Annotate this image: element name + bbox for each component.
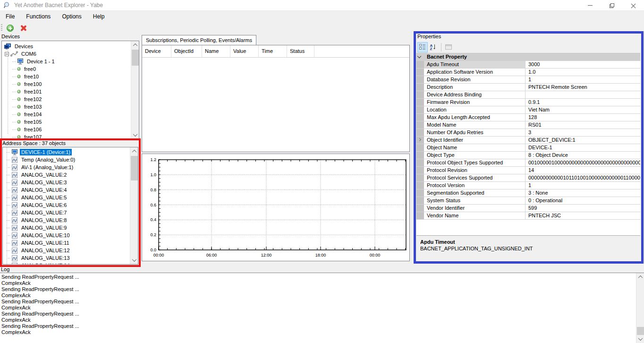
tree-item-free104[interactable]: free104: [2, 111, 130, 118]
tree-item-analog-value-6[interactable]: ANALOG_VALUE:6: [3, 201, 129, 209]
property-pages-button[interactable]: [443, 42, 454, 52]
property-row-vendor-name[interactable]: Vendor NamePNTECH JSC: [416, 212, 640, 220]
property-value[interactable]: [525, 91, 640, 98]
property-row-protocol-services-supported[interactable]: Protocol Services Supported0000000000001…: [416, 174, 640, 182]
tree-item-analog-value-3[interactable]: ANALOG_VALUE:3: [3, 179, 129, 186]
chevron-right-icon[interactable]: [418, 138, 421, 141]
toolbar-grip[interactable]: [1, 24, 2, 32]
property-row-vendor-identifier[interactable]: Vendor Identifier599: [416, 205, 640, 212]
tree-item-analog-value-7[interactable]: ANALOG_VALUE:7: [3, 209, 129, 216]
tree-item-analog-value-9[interactable]: ANALOG_VALUE:9: [3, 224, 129, 232]
column-header-time[interactable]: Time: [259, 45, 287, 57]
property-value[interactable]: 1.0: [525, 69, 640, 76]
property-value[interactable]: 599: [525, 205, 640, 212]
property-row-protocol-object-types-supported[interactable]: Protocol Object Types Supported001000001…: [416, 159, 640, 167]
property-value[interactable]: PNTECH Remote Screen: [525, 84, 640, 91]
property-value[interactable]: 1: [525, 182, 640, 189]
tree-item-free0[interactable]: free0: [2, 65, 130, 73]
scroll-down-icon[interactable]: [130, 256, 138, 264]
scrollbar-thumb[interactable]: [131, 156, 138, 180]
property-row-model-name[interactable]: Model NameRS01: [416, 121, 640, 129]
tree-item-analog-value-2[interactable]: ANALOG_VALUE:2: [3, 171, 129, 179]
property-value[interactable]: OBJECT_DEVICE:1: [525, 137, 640, 144]
tree-item-com6[interactable]: COM6: [2, 50, 130, 58]
tree-item-free102[interactable]: free102: [2, 95, 130, 103]
property-value[interactable]: 0.9.1: [525, 99, 640, 106]
tree-item-free107[interactable]: free107: [2, 133, 130, 139]
property-row-apdu-timeout[interactable]: Apdu Timeout3000: [416, 61, 640, 69]
alphabetical-sort-button[interactable]: AZ: [428, 42, 439, 52]
property-row-protocol-revision[interactable]: Protocol Revision14: [416, 167, 640, 174]
property-row-firmware-revision[interactable]: Firmware Revision0.9.1: [416, 99, 640, 106]
property-value[interactable]: 14: [525, 167, 640, 174]
property-row-number-of-apdu-retries[interactable]: Number Of Apdu Retries3: [416, 129, 640, 137]
column-header-status[interactable]: Status: [287, 45, 314, 57]
tree-item-analog-value-10[interactable]: ANALOG_VALUE:10: [3, 232, 129, 239]
property-value[interactable]: DEVICE-1: [525, 144, 640, 151]
property-row-device-address-binding[interactable]: Device Address Binding: [416, 91, 640, 99]
column-header-name[interactable]: Name: [202, 45, 230, 57]
property-row-location[interactable]: LocationViet Nam: [416, 106, 640, 114]
tab-subscriptions[interactable]: Subscriptions, Periodic Polling, Events/…: [142, 35, 256, 45]
property-value[interactable]: Viet Nam: [525, 106, 640, 113]
scroll-up-icon[interactable]: [130, 147, 138, 155]
menu-functions[interactable]: Functions: [20, 11, 56, 22]
tree-item-analog-value-11[interactable]: ANALOG_VALUE:11: [3, 239, 129, 247]
column-header-value[interactable]: Value: [230, 45, 259, 57]
property-value[interactable]: 128: [525, 114, 640, 121]
tree-item-analog-value-12[interactable]: ANALOG_VALUE:12: [3, 247, 129, 254]
tree-item-devices[interactable]: Devices: [2, 43, 130, 50]
categorized-button[interactable]: [417, 42, 428, 52]
property-row-system-status[interactable]: System Status0 : Operational: [416, 197, 640, 205]
property-value[interactable]: 1: [525, 76, 640, 83]
tree-item-free10[interactable]: free10: [2, 73, 130, 80]
tree-item-analog-value-8[interactable]: ANALOG_VALUE:8: [3, 216, 129, 224]
column-header-objectid[interactable]: ObjectId: [171, 45, 202, 57]
property-value[interactable]: PNTECH JSC: [525, 212, 640, 219]
tree-item-device-1-device-1-[interactable]: DEVICE-1 (Device:1): [3, 148, 129, 156]
scroll-down-icon[interactable]: [131, 131, 139, 139]
add-device-button[interactable]: [5, 23, 16, 33]
property-value[interactable]: 0000000000001011010010000000000001100000…: [525, 174, 640, 181]
scrollbar-thumb[interactable]: [637, 327, 644, 335]
tree-item-temp-analog-value-0-[interactable]: Temp (Analog_Value:0): [3, 156, 129, 163]
devices-scrollbar[interactable]: [131, 41, 139, 139]
property-row-object-type[interactable]: Object Type8 : Object Device: [416, 152, 640, 159]
property-row-application-software-version[interactable]: Application Software Version1.0: [416, 69, 640, 76]
property-value[interactable]: 8 : Object Device: [525, 152, 640, 159]
tree-item-analog-value-13[interactable]: ANALOG_VALUE:13: [3, 254, 129, 262]
property-row-object-name[interactable]: Object NameDEVICE-1: [416, 144, 640, 152]
property-row-description[interactable]: DescriptionPNTECH Remote Screen: [416, 84, 640, 91]
tree-item-analog-value-14[interactable]: ANALOG_VALUE:14: [3, 262, 129, 265]
scroll-down-icon[interactable]: [636, 335, 644, 343]
property-row-database-revision[interactable]: Database Revision1: [416, 76, 640, 84]
property-value[interactable]: 3000: [525, 61, 640, 68]
property-row-max-apdu-length-accepted[interactable]: Max Apdu Length Accepted128: [416, 114, 640, 121]
menu-options[interactable]: Options: [56, 11, 87, 22]
property-value[interactable]: RS01: [525, 121, 640, 129]
tree-item-free105[interactable]: free105: [2, 118, 130, 126]
property-row-segmentation-supported[interactable]: Segmentation Supported3 : None: [416, 189, 640, 197]
property-category[interactable]: Bacnet Property: [416, 53, 640, 61]
menu-help[interactable]: Help: [87, 11, 110, 22]
property-value[interactable]: 3 : None: [525, 189, 640, 197]
remove-button[interactable]: [18, 23, 29, 33]
tree-item-av-1-analog-value-1-[interactable]: AV-1 (Analog_Value:1): [3, 163, 129, 171]
log-scrollbar[interactable]: [636, 273, 644, 343]
tree-item-free101[interactable]: free101: [2, 88, 130, 95]
tree-item-free103[interactable]: free103: [2, 103, 130, 111]
property-row-object-identifier[interactable]: Object IdentifierOBJECT_DEVICE:1: [416, 137, 640, 144]
property-row-protocol-version[interactable]: Protocol Version1: [416, 182, 640, 189]
tree-item-analog-value-5[interactable]: ANALOG_VALUE:5: [3, 194, 129, 201]
scroll-up-icon[interactable]: [131, 41, 139, 49]
address-scrollbar[interactable]: [130, 147, 138, 264]
scrollbar-thumb[interactable]: [132, 50, 139, 66]
tree-item-analog-value-4[interactable]: ANALOG_VALUE:4: [3, 186, 129, 194]
column-header-device[interactable]: Device: [142, 45, 171, 57]
menu-file[interactable]: File: [0, 11, 20, 22]
property-value[interactable]: 0 : Operational: [525, 197, 640, 204]
collapse-minus-icon[interactable]: [5, 52, 9, 56]
tree-item-device-1-1[interactable]: Device 1 - 1: [2, 58, 130, 65]
minimize-button[interactable]: [579, 0, 601, 11]
tree-item-free106[interactable]: free106: [2, 126, 130, 133]
